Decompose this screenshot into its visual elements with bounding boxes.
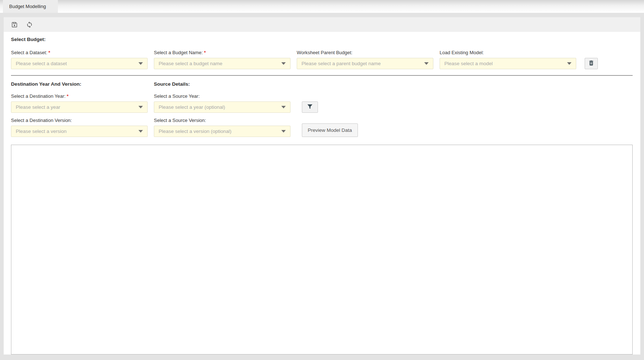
dataset-placeholder: Please select a dataset (16, 61, 138, 66)
trash-icon (588, 60, 595, 67)
tab-strip: Budget Modelling (0, 0, 644, 13)
chevron-down-icon (424, 62, 429, 65)
refresh-button[interactable] (25, 21, 33, 29)
delete-model-button[interactable] (585, 58, 598, 69)
existing-model-select[interactable]: Please select a model (440, 58, 576, 69)
form-content: Select Budget: Select a Dataset:* Please… (4, 32, 640, 355)
destination-year-select[interactable]: Please select a year (11, 101, 148, 113)
save-button[interactable] (10, 21, 18, 29)
source-year-placeholder: Please select a year (optional) (159, 104, 281, 110)
section-headers-row: Destination Year And Version: Source Det… (11, 81, 633, 87)
existing-model-label: Load Existing Model: (440, 50, 576, 55)
strip-gap (0, 13, 644, 17)
tab-budget-modelling[interactable]: Budget Modelling (3, 0, 58, 13)
chevron-down-icon (567, 62, 571, 65)
source-version-field-group: Select a Source Version: Please select a… (154, 118, 290, 137)
source-year-select[interactable]: Please select a year (optional) (154, 101, 290, 113)
destination-year-label: Select a Destination Year:* (11, 93, 148, 99)
toolbar (4, 17, 640, 32)
refresh-icon (26, 21, 33, 28)
model-data-panel (11, 145, 633, 355)
source-year-field-group: Select a Source Year: Please select a ye… (154, 93, 290, 113)
chevron-down-icon (281, 106, 286, 108)
preview-model-data-button[interactable]: Preview Model Data (302, 123, 358, 137)
existing-model-field-group: Load Existing Model: Please select a mod… (440, 50, 576, 69)
chevron-down-icon (281, 130, 286, 133)
version-row: Select a Destination Version: Please sel… (11, 118, 633, 137)
filter-icon (307, 103, 313, 111)
source-version-label: Select a Source Version: (154, 118, 290, 123)
chevron-down-icon (138, 106, 143, 108)
save-icon (11, 21, 18, 28)
tab-label: Budget Modelling (9, 4, 46, 9)
source-heading: Source Details: (154, 81, 290, 87)
main-card: Select Budget: Select a Dataset:* Please… (4, 17, 640, 355)
destination-year-placeholder: Please select a year (16, 104, 138, 110)
budget-name-select[interactable]: Please select a budget name (154, 58, 290, 69)
source-version-select[interactable]: Please select a version (optional) (154, 126, 290, 137)
section-divider (11, 75, 633, 76)
budget-name-label: Select a Budget Name:* (154, 50, 290, 55)
budget-row: Select a Dataset:* Please select a datas… (11, 50, 633, 69)
required-marker: * (67, 93, 69, 99)
chevron-down-icon (138, 62, 143, 65)
year-row: Select a Destination Year:* Please selec… (11, 93, 633, 113)
destination-version-select[interactable]: Please select a version (11, 126, 148, 137)
existing-model-placeholder: Please select a model (444, 61, 567, 66)
chevron-down-icon (138, 130, 143, 133)
destination-version-label: Select a Destination Version: (11, 118, 148, 123)
parent-budget-label: Worksheet Parent Budget: (297, 50, 433, 55)
parent-budget-select[interactable]: Please select a parent budget name (297, 58, 433, 69)
destination-version-field-group: Select a Destination Version: Please sel… (11, 118, 148, 137)
parent-budget-placeholder: Please select a parent budget name (301, 61, 424, 66)
chevron-down-icon (281, 62, 286, 65)
dataset-select[interactable]: Please select a dataset (11, 58, 148, 69)
destination-version-placeholder: Please select a version (16, 129, 138, 134)
filter-button[interactable] (302, 101, 318, 113)
budget-name-placeholder: Please select a budget name (159, 61, 281, 66)
dataset-field-group: Select a Dataset:* Please select a datas… (11, 50, 148, 69)
budget-name-field-group: Select a Budget Name:* Please select a b… (154, 50, 290, 69)
parent-budget-field-group: Worksheet Parent Budget: Please select a… (297, 50, 433, 69)
required-marker: * (204, 50, 206, 55)
destination-heading: Destination Year And Version: (11, 81, 148, 87)
select-budget-heading: Select Budget: (11, 37, 633, 42)
required-marker: * (48, 50, 50, 55)
source-version-placeholder: Please select a version (optional) (159, 129, 281, 134)
destination-year-field-group: Select a Destination Year:* Please selec… (11, 93, 148, 113)
dataset-label: Select a Dataset:* (11, 50, 148, 55)
source-year-label: Select a Source Year: (154, 93, 290, 99)
